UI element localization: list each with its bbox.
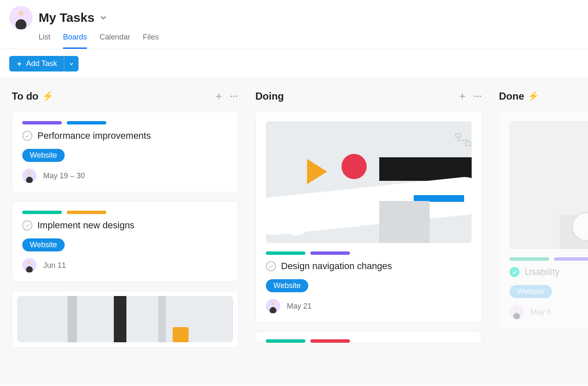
cover-image bbox=[509, 121, 588, 249]
project-pill bbox=[509, 257, 549, 261]
cover-image bbox=[17, 296, 233, 342]
user-avatar[interactable] bbox=[9, 6, 33, 29]
assignee-avatar[interactable] bbox=[22, 169, 37, 183]
assignee-avatar[interactable] bbox=[509, 305, 524, 319]
tag-website[interactable]: Website bbox=[22, 149, 65, 162]
task-title: Performance improvements bbox=[37, 130, 151, 141]
project-pill bbox=[67, 211, 106, 214]
column-title[interactable]: To do bbox=[12, 90, 39, 102]
due-date: May 21 bbox=[287, 302, 312, 311]
header: My Tasks List Boards Calendar Files bbox=[0, 0, 588, 49]
bolt-icon: ⚡ bbox=[42, 91, 53, 102]
project-pill bbox=[22, 211, 62, 214]
tab-boards[interactable]: Boards bbox=[63, 31, 87, 49]
project-pill bbox=[554, 257, 588, 261]
complete-toggle-icon[interactable] bbox=[266, 261, 276, 271]
diagram-icon bbox=[455, 133, 472, 147]
due-date: May 19 – 30 bbox=[43, 172, 85, 180]
column-more-icon[interactable] bbox=[473, 92, 482, 101]
column-done: Done ⚡ Usability Website May 5 bbox=[499, 90, 581, 385]
task-title: Usability bbox=[525, 267, 559, 278]
add-task-label: Add Task bbox=[26, 59, 57, 68]
svg-point-11 bbox=[480, 95, 481, 97]
task-card[interactable] bbox=[12, 291, 239, 348]
view-tabs: List Boards Calendar Files bbox=[9, 31, 579, 49]
add-task-button[interactable]: Add Task bbox=[9, 56, 64, 71]
assignee-avatar[interactable] bbox=[266, 299, 280, 313]
svg-rect-12 bbox=[456, 134, 461, 137]
complete-toggle-icon[interactable] bbox=[22, 131, 32, 141]
svg-rect-13 bbox=[466, 142, 471, 145]
complete-toggle-icon[interactable] bbox=[509, 267, 520, 277]
svg-point-10 bbox=[477, 95, 478, 97]
column-title[interactable]: Done bbox=[499, 90, 524, 102]
assignee-avatar[interactable] bbox=[22, 258, 37, 272]
column-todo: To do ⚡ Performance improv bbox=[12, 90, 239, 385]
tab-calendar[interactable]: Calendar bbox=[100, 31, 130, 49]
svg-point-4 bbox=[231, 95, 232, 97]
project-pill bbox=[22, 121, 62, 124]
svg-point-6 bbox=[236, 95, 238, 97]
toolbar: Add Task bbox=[0, 49, 588, 79]
task-title: Design navigation changes bbox=[281, 261, 392, 272]
project-pill bbox=[310, 251, 350, 255]
tag-website[interactable]: Website bbox=[509, 285, 552, 298]
board: To do ⚡ Performance improv bbox=[0, 79, 588, 385]
page-title: My Tasks bbox=[39, 10, 94, 25]
add-card-icon[interactable] bbox=[214, 92, 223, 101]
project-pill bbox=[310, 339, 350, 343]
task-title: Implement new designs bbox=[37, 220, 134, 231]
due-date: Jun 11 bbox=[43, 261, 66, 270]
tag-website[interactable]: Website bbox=[266, 279, 308, 292]
bolt-icon: ⚡ bbox=[528, 91, 539, 102]
add-card-icon[interactable] bbox=[458, 92, 467, 101]
tag-website[interactable]: Website bbox=[22, 238, 65, 251]
column-doing: Doing bbox=[255, 90, 482, 385]
task-card[interactable]: Usability Website May 5 bbox=[499, 111, 588, 329]
complete-toggle-icon[interactable] bbox=[22, 220, 32, 230]
column-more-icon[interactable] bbox=[229, 92, 239, 101]
tab-files[interactable]: Files bbox=[143, 31, 159, 49]
task-card[interactable]: Implement new designs Website Jun 11 bbox=[12, 201, 239, 282]
svg-point-5 bbox=[233, 95, 235, 97]
tab-list[interactable]: List bbox=[39, 31, 50, 49]
column-title[interactable]: Doing bbox=[255, 90, 284, 102]
chevron-down-icon[interactable] bbox=[99, 13, 108, 22]
svg-point-9 bbox=[474, 95, 476, 97]
task-card[interactable]: Design navigation changes Website May 21 bbox=[255, 111, 482, 323]
cover-image bbox=[266, 121, 472, 243]
task-card[interactable]: Performance improvements Website May 19 … bbox=[12, 111, 239, 193]
task-card[interactable] bbox=[255, 331, 482, 343]
add-task-dropdown[interactable] bbox=[64, 56, 79, 71]
project-pill bbox=[67, 121, 106, 124]
due-date: May 5 bbox=[530, 308, 551, 317]
project-pill bbox=[266, 251, 305, 255]
project-pill bbox=[266, 339, 305, 343]
